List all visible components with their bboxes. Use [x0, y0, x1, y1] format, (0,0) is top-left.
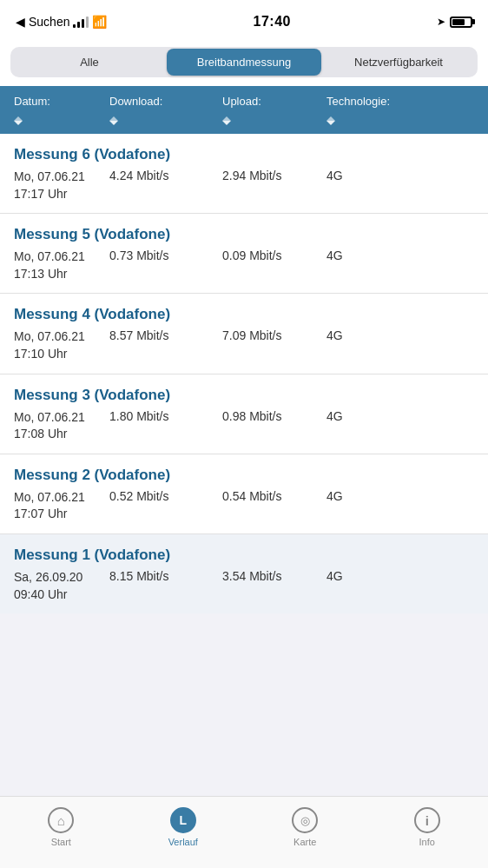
segment-breitbandmessung[interactable]: Breitbandmessung [167, 49, 321, 76]
measurement-download: 8.15 Mbit/s [109, 569, 222, 583]
measurement-title: Messung 4 (Vodafone) [14, 306, 474, 323]
measurement-title: Messung 3 (Vodafone) [14, 387, 474, 404]
measurement-tech: 4G [326, 569, 474, 583]
measurement-data: Mo, 07.06.2117:08 Uhr 1.80 Mbit/s 0.98 M… [14, 409, 474, 443]
measurement-data: Mo, 07.06.2117:17 Uhr 4.24 Mbit/s 2.94 M… [14, 169, 474, 202]
header-upload[interactable]: Upload: [222, 95, 326, 108]
measurement-item[interactable]: Messung 4 (Vodafone) Mo, 07.06.2117:10 U… [0, 294, 488, 374]
table-header: Datum: Download: Upload: Technologie: [0, 86, 488, 116]
measurement-date: Mo, 07.06.2117:10 Uhr [14, 328, 109, 362]
sort-tech[interactable] [326, 116, 474, 127]
tab-verlauf[interactable]: L Verlauf [122, 804, 245, 868]
measurement-title: Messung 1 (Vodafone) [14, 547, 474, 564]
verlauf-icon: L [170, 807, 196, 833]
measurement-title: Messung 6 (Vodafone) [14, 146, 474, 163]
measurement-download: 0.52 Mbit/s [109, 489, 222, 503]
tab-info[interactable]: i Info [366, 804, 489, 868]
segment-netzverfugbarkeit[interactable]: Netzverfügbarkeit [321, 49, 476, 76]
measurement-title: Messung 5 (Vodafone) [14, 226, 474, 243]
measurement-item[interactable]: Messung 2 (Vodafone) Mo, 07.06.2117:07 U… [0, 454, 488, 534]
measurement-tech: 4G [326, 169, 474, 182]
segment-alle[interactable]: Alle [12, 49, 167, 76]
measurement-data: Mo, 07.06.2117:13 Uhr 0.73 Mbit/s 0.09 M… [14, 248, 474, 282]
measurement-date: Mo, 07.06.2117:17 Uhr [14, 169, 109, 202]
measurement-item[interactable]: Messung 1 (Vodafone) Sa, 26.09.2009:40 U… [0, 534, 488, 613]
header-technologie[interactable]: Technologie: [326, 95, 474, 108]
status-right: ➤ [437, 16, 472, 28]
tab-karte[interactable]: ◎ Karte [244, 804, 366, 868]
map-icon: ◎ [292, 807, 318, 833]
header-datum[interactable]: Datum: [14, 95, 109, 108]
status-left: ◀ Suchen 📶 [16, 15, 107, 29]
measurement-tech: 4G [326, 489, 474, 503]
measurement-download: 1.80 Mbit/s [109, 409, 222, 423]
measurement-item[interactable]: Messung 6 (Vodafone) Mo, 07.06.2117:17 U… [0, 134, 488, 214]
measurement-title: Messung 2 (Vodafone) [14, 467, 474, 484]
measurement-tech: 4G [326, 328, 474, 342]
segment-control-container: Alle Breitbandmessung Netzverfügbarkeit [0, 38, 488, 86]
measurement-download: 4.24 Mbit/s [109, 169, 222, 182]
measurement-upload: 0.09 Mbit/s [222, 248, 326, 262]
sort-upload[interactable] [222, 116, 326, 127]
measurements-list: Messung 6 (Vodafone) Mo, 07.06.2117:17 U… [0, 134, 488, 613]
carrier-label: Suchen [29, 15, 69, 29]
tab-karte-label: Karte [293, 837, 316, 847]
measurement-upload: 3.54 Mbit/s [222, 569, 326, 583]
status-bar: ◀ Suchen 📶 17:40 ➤ [0, 0, 488, 38]
signal-strength [73, 16, 89, 28]
sort-arrows-row [0, 116, 488, 134]
measurement-date: Mo, 07.06.2117:13 Uhr [14, 248, 109, 282]
measurement-date: Mo, 07.06.2117:08 Uhr [14, 409, 109, 443]
measurement-download: 0.73 Mbit/s [109, 248, 222, 262]
measurement-upload: 0.54 Mbit/s [222, 489, 326, 503]
measurement-item[interactable]: Messung 3 (Vodafone) Mo, 07.06.2117:08 U… [0, 374, 488, 454]
measurement-data: Sa, 26.09.2009:40 Uhr 8.15 Mbit/s 3.54 M… [14, 569, 474, 603]
back-arrow: ◀ [16, 15, 25, 29]
tab-start[interactable]: ⌂ Start [0, 804, 122, 868]
measurement-download: 8.57 Mbit/s [109, 328, 222, 342]
measurement-date: Sa, 26.09.2009:40 Uhr [14, 569, 109, 603]
sort-download[interactable] [109, 116, 222, 127]
measurement-data: Mo, 07.06.2117:10 Uhr 8.57 Mbit/s 7.09 M… [14, 328, 474, 362]
wifi-icon: 📶 [92, 15, 107, 29]
measurement-tech: 4G [326, 248, 474, 262]
sort-datum[interactable] [14, 116, 109, 127]
tab-bar: ⌂ Start L Verlauf ◎ Karte i Info [0, 796, 488, 868]
measurement-data: Mo, 07.06.2117:07 Uhr 0.52 Mbit/s 0.54 M… [14, 489, 474, 523]
measurement-item[interactable]: Messung 5 (Vodafone) Mo, 07.06.2117:13 U… [0, 214, 488, 294]
battery-icon [450, 17, 472, 28]
info-icon: i [414, 807, 440, 833]
measurement-date: Mo, 07.06.2117:07 Uhr [14, 489, 109, 523]
segment-wrapper: Alle Breitbandmessung Netzverfügbarkeit [10, 47, 478, 77]
header-download[interactable]: Download: [109, 95, 222, 108]
home-icon: ⌂ [48, 807, 74, 833]
status-time: 17:40 [254, 14, 291, 30]
tab-info-label: Info [419, 837, 435, 847]
measurement-tech: 4G [326, 409, 474, 423]
measurement-upload: 7.09 Mbit/s [222, 328, 326, 342]
tab-verlauf-label: Verlauf [168, 837, 198, 847]
measurement-upload: 0.98 Mbit/s [222, 409, 326, 423]
tab-start-label: Start [51, 837, 71, 847]
measurement-upload: 2.94 Mbit/s [222, 169, 326, 182]
location-icon: ➤ [437, 16, 445, 28]
